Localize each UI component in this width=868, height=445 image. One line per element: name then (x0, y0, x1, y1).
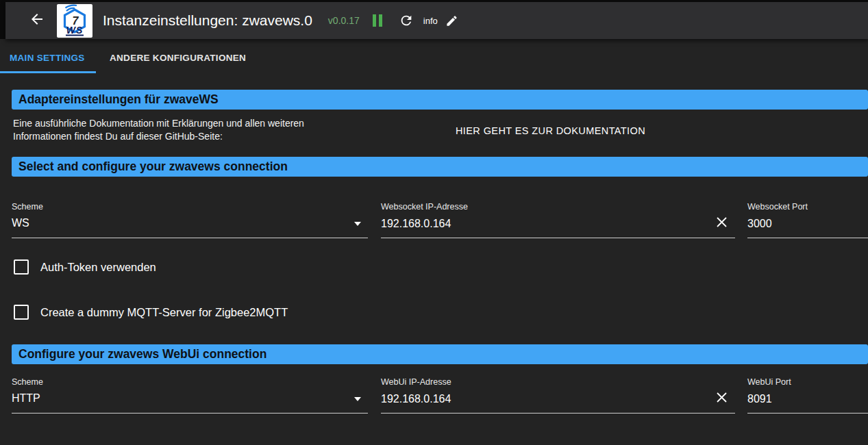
websocket-ip-label: Websocket IP-Adresse (381, 202, 468, 212)
appbar: 7 WS Instanzeinstellungen: zwavews.0 v0.… (5, 2, 868, 39)
chevron-down-icon (354, 397, 361, 401)
instance-settings-dialog: 7 WS Instanzeinstellungen: zwavews.0 v0.… (0, 0, 868, 445)
webui-scheme-label: Scheme (12, 377, 43, 387)
pause-instance-button[interactable] (373, 14, 382, 27)
documentation-description-line2: Informationen findest Du auf dieser GitH… (13, 130, 304, 143)
documentation-link[interactable]: HIER GEHT ES ZUR DOKUMENTATION (456, 125, 645, 136)
restart-instance-button[interactable] (399, 13, 414, 28)
webui-ip-clear-button[interactable] (715, 391, 728, 404)
documentation-description: Eine ausführliche Dokumentation mit Erkl… (13, 117, 304, 142)
websocket-scheme-value: WS (12, 217, 29, 229)
checkbox-unchecked-icon[interactable] (14, 305, 29, 320)
field-underline (747, 413, 868, 414)
section-heading-webui: Configure your zwavews WebUi connection (12, 344, 868, 364)
webui-ip-input[interactable] (381, 391, 712, 407)
svg-text:WS: WS (66, 25, 84, 36)
websocket-scheme-label: Scheme (12, 202, 43, 212)
close-icon (715, 394, 728, 406)
websocket-scheme-select[interactable]: Scheme WS (12, 199, 368, 241)
documentation-description-line1: Eine ausführliche Dokumentation mit Erkl… (13, 117, 304, 130)
chevron-down-icon (354, 222, 361, 226)
field-underline (381, 413, 735, 414)
webui-ip-label: WebUi IP-Adresse (381, 377, 451, 387)
active-tab-indicator (0, 71, 96, 73)
websocket-port-label: Websocket Port (747, 202, 808, 212)
arrow-left-icon (29, 11, 45, 30)
tab-main-settings[interactable]: MAIN SETTINGS (10, 53, 85, 63)
websocket-port-input[interactable] (747, 216, 868, 232)
auth-token-checkbox-label: Auth-Token verwenden (40, 261, 156, 274)
field-underline (12, 413, 368, 414)
field-underline (12, 238, 368, 238)
dummy-mqtt-checkbox-label: Create a dummy MQTT-Server for Zigbee2MQ… (40, 306, 288, 319)
back-button[interactable] (28, 12, 46, 29)
page-title: Instanzeinstellungen: zwavews.0 (103, 12, 312, 29)
tab-andere-konfigurationen[interactable]: ANDERE KONFIGURATIONEN (110, 53, 246, 63)
auth-token-checkbox-row[interactable]: Auth-Token verwenden (14, 259, 156, 275)
adapter-version: v0.0.17 (328, 15, 360, 26)
webui-scheme-select[interactable]: Scheme HTTP (12, 374, 368, 416)
webui-port-label: WebUi Port (747, 377, 791, 387)
field-underline (381, 238, 735, 238)
checkbox-unchecked-icon[interactable] (14, 259, 29, 275)
close-icon (715, 219, 728, 231)
dummy-mqtt-checkbox-row[interactable]: Create a dummy MQTT-Server for Zigbee2MQ… (14, 305, 288, 320)
field-underline (747, 238, 868, 238)
pause-icon (373, 14, 382, 27)
pencil-icon (445, 18, 458, 29)
log-level-badge: info (423, 16, 438, 26)
section-heading-websocket: Select and configure your zwavews connec… (12, 157, 868, 177)
adapter-logo: 7 WS (57, 4, 92, 38)
webui-port-field: WebUi Port (747, 374, 868, 416)
websocket-port-field: Websocket Port (747, 199, 868, 241)
webui-ip-field: WebUi IP-Adresse (381, 374, 735, 416)
websocket-ip-field: Websocket IP-Adresse (381, 199, 735, 241)
webui-scheme-value: HTTP (12, 392, 40, 405)
section-heading-adapter: Adaptereinstellungen für zwaveWS (12, 90, 868, 110)
refresh-icon (399, 18, 414, 30)
edit-log-level-button[interactable] (445, 14, 458, 27)
websocket-ip-clear-button[interactable] (715, 216, 728, 229)
websocket-ip-input[interactable] (381, 216, 712, 232)
webui-port-input[interactable] (747, 391, 868, 407)
